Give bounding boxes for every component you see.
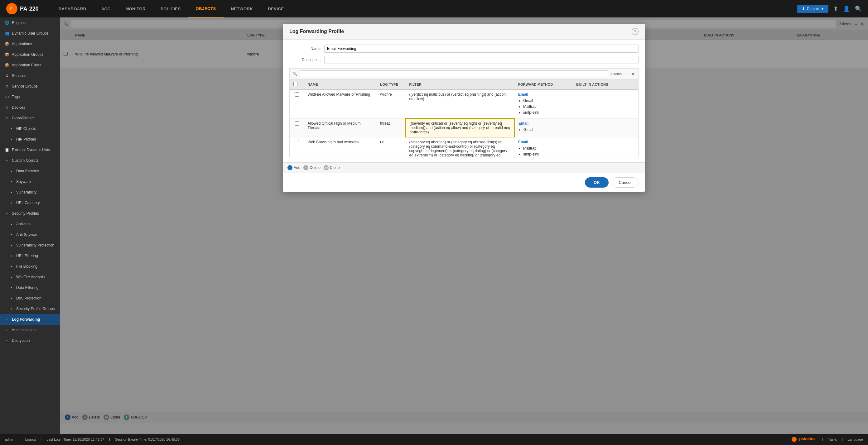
nav-monitor[interactable]: MONITOR bbox=[118, 0, 153, 18]
url-filtering-icon: ▪ bbox=[9, 253, 14, 258]
row-1-fwd-gmail: Gmail bbox=[524, 127, 569, 133]
row-0-filter[interactable]: ((verdict eq malicious) or (verdict eq p… bbox=[406, 89, 515, 119]
hip-profiles-icon: ▪ bbox=[9, 137, 14, 142]
select-all-checkbox[interactable] bbox=[293, 82, 298, 86]
sidebar-item-dos-protection[interactable]: ▪ DoS Protection bbox=[0, 293, 60, 304]
logo-icon: P bbox=[6, 3, 18, 14]
sidebar-item-spyware[interactable]: ▪ Spyware bbox=[0, 177, 60, 187]
sidebar-item-applications[interactable]: 📦 Applications bbox=[0, 39, 60, 49]
modal-header: Log Forwarding Profile ? bbox=[283, 24, 645, 39]
inner-nav-next[interactable]: → bbox=[624, 71, 628, 76]
row-2-name[interactable]: Web Browsing to bad websites bbox=[304, 137, 376, 157]
row-0-name[interactable]: WildFire Allowed Malware or Phishing bbox=[304, 89, 376, 119]
modal-clone-button[interactable]: ⊙ Clone bbox=[323, 165, 340, 170]
sidebar-item-security-profile-groups[interactable]: ▪ Security Profile Groups bbox=[0, 304, 60, 314]
sidebar-item-application-filters[interactable]: 📦 Application Filters bbox=[0, 60, 60, 70]
ok-button[interactable]: OK bbox=[585, 177, 609, 188]
modal-add-button[interactable]: + Add bbox=[287, 165, 300, 170]
row-0-fwd-smtp: smtp-sink bbox=[523, 110, 569, 116]
tasks-link[interactable]: Tasks bbox=[828, 438, 837, 441]
top-navigation: P PA-220 DASHBOARD ACC MONITOR POLICIES … bbox=[0, 0, 868, 18]
name-field[interactable] bbox=[324, 44, 639, 53]
nav-policies[interactable]: POLICIES bbox=[153, 0, 188, 18]
nav-objects[interactable]: OBJECTS bbox=[188, 0, 223, 18]
status-logout[interactable]: Logout bbox=[25, 438, 36, 441]
row-2-checkbox[interactable] bbox=[294, 140, 299, 144]
upload-icon-button[interactable]: ⬆ bbox=[833, 5, 838, 12]
sidebar-item-url-category[interactable]: ▪ URL Category bbox=[0, 197, 60, 208]
row-0-checkbox[interactable] bbox=[294, 92, 299, 97]
inner-col-name: NAME bbox=[304, 80, 376, 89]
row-1-forward[interactable]: Email Gmail bbox=[515, 119, 572, 137]
sidebar-item-hip-objects[interactable]: ▪ HIP Objects bbox=[0, 123, 60, 134]
row-1-email-link[interactable]: Email bbox=[519, 121, 528, 126]
sidebar-item-url-filtering[interactable]: ▪ URL Filtering bbox=[0, 251, 60, 261]
status-bar: admin | Logout | Last Login Time: 12/18/… bbox=[0, 434, 868, 445]
sidebar-item-authentication[interactable]: ▪ Authentication bbox=[0, 325, 60, 335]
status-last-login: Last Login Time: 12/18/2020 12:42:37 bbox=[46, 438, 104, 441]
data-filtering-icon: ▪ bbox=[9, 285, 14, 290]
sidebar-item-globalprotect[interactable]: ▾ GlobalProtect bbox=[0, 113, 60, 123]
row-0-actions bbox=[572, 89, 638, 119]
sidebar-item-external-dynamic-lists[interactable]: 📋 External Dynamic Lists bbox=[0, 145, 60, 155]
description-field[interactable] bbox=[324, 56, 639, 64]
sidebar-item-data-filtering[interactable]: ▪ Data Filtering bbox=[0, 282, 60, 293]
commit-button[interactable]: ⬆ Commit ▾ bbox=[797, 5, 828, 13]
nav-dashboard[interactable]: DASHBOARD bbox=[51, 0, 94, 18]
nav-icon-button-2[interactable]: 👤 bbox=[843, 5, 850, 12]
modal-title: Log Forwarding Profile bbox=[289, 29, 344, 34]
sidebar-item-application-groups[interactable]: 📦 Application Groups bbox=[0, 49, 60, 60]
inner-search-input[interactable] bbox=[300, 70, 608, 77]
sidebar-item-services[interactable]: ⚙ Services bbox=[0, 70, 60, 81]
commit-icon: ⬆ bbox=[802, 6, 805, 11]
sidebar-item-service-groups[interactable]: ⚙ Service Groups bbox=[0, 81, 60, 92]
sidebar-item-regions[interactable]: 🌐 Regions bbox=[0, 18, 60, 28]
modal-body: Name Description 🔍 4 item bbox=[283, 39, 645, 162]
modal-delete-button[interactable]: − Delete bbox=[303, 165, 320, 170]
sidebar-item-file-blocking[interactable]: ▪ File Blocking bbox=[0, 261, 60, 272]
sidebar-item-log-forwarding[interactable]: ▪ Log Forwarding bbox=[0, 314, 60, 325]
row-1-name[interactable]: Allowed Critical High or Medium Threats bbox=[304, 119, 376, 137]
sidebar-item-vulnerability[interactable]: ▪ Vulnerability bbox=[0, 187, 60, 197]
table-row: Allowed Critical High or Medium Threats … bbox=[290, 119, 638, 137]
sidebar-item-anti-spyware[interactable]: ▪ Anti-Spyware bbox=[0, 229, 60, 240]
ext-lists-icon: 📋 bbox=[4, 148, 9, 152]
sidebar-item-data-patterns[interactable]: ▪ Data Patterns bbox=[0, 166, 60, 177]
sidebar-item-dynamic-user-groups[interactable]: 👥 Dynamic User Groups bbox=[0, 28, 60, 39]
sidebar-item-vulnerability-protection[interactable]: ▪ Vulnerability Protection bbox=[0, 240, 60, 251]
content-area: 🔍 3 items → ✕ NAME LOG TYPE FILTER FORWA… bbox=[60, 18, 868, 434]
row-1-filter[interactable]: ((severity eq critical) or (severity eq … bbox=[406, 119, 515, 137]
del-circle-icon: − bbox=[303, 165, 308, 170]
row-2-forward[interactable]: Email Mailtrap smtp-sink bbox=[515, 137, 572, 157]
sidebar-item-wildfire-analysis[interactable]: ▪ WildFire Analysis bbox=[0, 272, 60, 282]
search-button[interactable]: 🔍 bbox=[855, 5, 862, 12]
tags-icon: 🏷 bbox=[4, 94, 9, 99]
svg-text:P: P bbox=[10, 7, 12, 10]
language-link[interactable]: Language bbox=[848, 438, 863, 441]
description-row: Description bbox=[289, 56, 639, 64]
inner-close-button[interactable]: ✕ bbox=[631, 71, 635, 77]
nav-network[interactable]: NETWORK bbox=[223, 0, 261, 18]
row-2-fwd-mailtrap: Mailtrap bbox=[523, 146, 569, 152]
row-0-forward[interactable]: Email Gmail Mailtrap smtp-sink bbox=[515, 89, 572, 119]
vulnerability-icon: ▪ bbox=[9, 190, 14, 195]
row-2-filter[interactable]: (category eq abortion) or (category eq a… bbox=[406, 137, 515, 157]
nav-device[interactable]: DEVICE bbox=[260, 0, 291, 18]
commit-chevron: ▾ bbox=[822, 6, 824, 11]
nav-acc[interactable]: ACC bbox=[94, 0, 118, 18]
cancel-button[interactable]: Cancel bbox=[612, 177, 639, 188]
modal-help-button[interactable]: ? bbox=[632, 28, 639, 35]
row-2-actions bbox=[572, 137, 638, 157]
sidebar-item-security-profiles[interactable]: ▾ Security Profiles bbox=[0, 208, 60, 219]
row-1-checkbox[interactable] bbox=[294, 121, 299, 126]
sidebar-item-hip-profiles[interactable]: ▪ HIP Profiles bbox=[0, 134, 60, 145]
sidebar-item-custom-objects[interactable]: ▾ Custom Objects bbox=[0, 155, 60, 166]
sidebar-item-antivirus[interactable]: ▪ Antivirus bbox=[0, 219, 60, 229]
inner-col-check bbox=[290, 80, 304, 89]
row-2-email-link[interactable]: Email bbox=[518, 140, 528, 144]
sidebar-item-tags[interactable]: 🏷 Tags bbox=[0, 92, 60, 102]
sidebar-item-decryption[interactable]: ▪ Decryption bbox=[0, 335, 60, 346]
row-0-email-link[interactable]: Email bbox=[518, 92, 528, 97]
sidebar-item-devices[interactable]: 🖥 Devices bbox=[0, 102, 60, 113]
status-admin: admin bbox=[5, 438, 14, 441]
